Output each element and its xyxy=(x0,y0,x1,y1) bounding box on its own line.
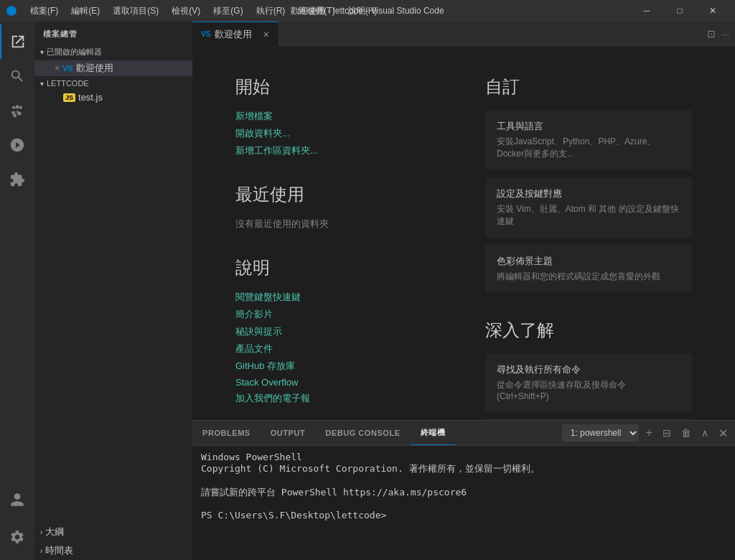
tips-tricks-link[interactable]: 秘訣與提示 xyxy=(235,325,442,338)
menu-item-e[interactable]: 編輯(E) xyxy=(65,4,106,19)
activity-bar xyxy=(0,22,34,560)
menu-item-s[interactable]: 選取項目(S) xyxy=(107,4,164,19)
start-section: 開始 新增檔案 開啟資料夾... 新增工作區資料夾... xyxy=(235,75,442,157)
sidebar-title: 檔案總管 xyxy=(34,22,192,44)
terminal-line-4: 請嘗試新的跨平台 PowerShell https://aka.ms/pscor… xyxy=(201,486,726,499)
terminal-tab-bar: PROBLEMS OUTPUT DEBUG CONSOLE 終端機 1: pow… xyxy=(192,421,735,446)
vscode-file-icon: VS xyxy=(62,64,73,73)
extensions-activity-icon[interactable] xyxy=(0,162,34,197)
settings-activity-icon[interactable] xyxy=(0,520,34,554)
find-commands-title: 尋找及執行所有命令 xyxy=(497,363,680,376)
explorer-activity-icon[interactable] xyxy=(0,24,34,59)
stackoverflow-link[interactable]: Stack Overflow xyxy=(235,377,442,388)
learn-title: 深入了解 xyxy=(485,319,692,342)
menu-item-r[interactable]: 執行(R) xyxy=(251,4,291,19)
recent-section: 最近使用 沒有最近使用的資料夾 xyxy=(235,183,442,230)
github-repo-link[interactable]: GitHub 存放庫 xyxy=(235,360,442,373)
problems-tab[interactable]: PROBLEMS xyxy=(192,421,261,445)
outline-label: 大綱 xyxy=(45,526,64,538)
color-theme-desc: 將編輯器和您的程式碼設定成您喜愛的外觀 xyxy=(497,271,680,283)
file-label: test.js xyxy=(78,92,103,103)
timeline-section[interactable]: › 時間表 xyxy=(34,541,192,560)
recent-empty: 沒有最近使用的資料夾 xyxy=(235,218,442,230)
search-activity-icon[interactable] xyxy=(0,59,34,93)
split-editor-icon[interactable]: ⊡ xyxy=(707,28,716,39)
customize-section: 自訂 工具與語言 安裝JavaScript、Python、PHP、Azure、D… xyxy=(485,75,692,293)
terminal-trash-button[interactable]: 🗑 xyxy=(678,424,694,442)
intro-videos-link[interactable]: 簡介影片 xyxy=(235,308,442,321)
find-commands-card[interactable]: 尋找及執行所有命令 從命令選擇區快速存取及搜尋命令 (Ctrl+Shift+P) xyxy=(485,353,692,411)
account-activity-icon[interactable] xyxy=(0,482,34,517)
new-file-link[interactable]: 新增檔案 xyxy=(235,110,442,123)
activity-bottom xyxy=(0,482,34,560)
terminal-line-2: Copyright (C) Microsoft Corporation. 著作權… xyxy=(201,462,726,475)
vscode-icon: ⬢ xyxy=(6,3,17,19)
newsletter-link[interactable]: 加入我們的電子報 xyxy=(235,392,442,405)
terminal-maximize-button[interactable]: ∧ xyxy=(698,424,711,442)
open-editor-welcome[interactable]: × VS 歡迎使用 xyxy=(34,60,192,76)
color-theme-card[interactable]: 色彩佈景主題 將編輯器和您的程式碼設定成您喜愛的外觀 xyxy=(485,245,692,293)
debug-console-tab[interactable]: DEBUG CONSOLE xyxy=(315,421,410,445)
open-editors-label: 已開啟的編輯器 xyxy=(47,47,102,57)
project-section[interactable]: ▾ LETTCODE xyxy=(34,76,192,90)
project-chevron: ▾ xyxy=(40,80,44,88)
terminal-line-5 xyxy=(201,499,726,510)
tab-close-icon[interactable]: × xyxy=(263,29,269,40)
tab-actions: ⊡ ··· xyxy=(701,22,735,46)
terminal-line-3 xyxy=(201,475,726,486)
terminal-add-button[interactable]: + xyxy=(643,424,655,442)
terminal-area: PROBLEMS OUTPUT DEBUG CONSOLE 終端機 1: pow… xyxy=(192,420,735,560)
source-control-activity-icon[interactable] xyxy=(0,93,34,128)
learn-section: 深入了解 尋找及執行所有命令 從命令選擇區快速存取及搜尋命令 (Ctrl+Shi… xyxy=(485,319,692,420)
js-file-icon: JS xyxy=(63,93,75,102)
menu-item-g[interactable]: 移至(G) xyxy=(207,4,248,19)
timeline-chevron: › xyxy=(40,547,42,555)
customize-title: 自訂 xyxy=(485,75,692,98)
open-editors-section[interactable]: ▾ 已開啟的編輯器 xyxy=(34,44,192,60)
help-title: 說明 xyxy=(235,256,442,279)
terminal-line-6: PS C:\Users\S.F\Desktop\lettcode> xyxy=(201,510,726,521)
menu-item-v[interactable]: 檢視(V) xyxy=(166,4,206,19)
tools-languages-card[interactable]: 工具與語言 安裝JavaScript、Python、PHP、Azure、Dock… xyxy=(485,110,692,170)
minimize-button[interactable]: ─ xyxy=(630,0,663,22)
tools-languages-desc: 安裝JavaScript、Python、PHP、Azure、Docker與更多的… xyxy=(497,136,680,160)
terminal-shell-selector[interactable]: 1: powershell xyxy=(562,424,639,442)
maximize-button[interactable]: □ xyxy=(663,0,696,22)
welcome-right-col: 自訂 工具與語言 安裝JavaScript、Python、PHP、Azure、D… xyxy=(485,75,692,420)
timeline-label: 時間表 xyxy=(45,544,73,557)
settings-keymaps-card[interactable]: 設定及按鍵對應 安裝 Vim、壯麗、Atom 和 其他 的設定及鍵盤快速鍵 xyxy=(485,177,692,238)
editor-area: VS 歡迎使用 × ⊡ ··· 開始 新增檔案 開啟資料夾... 新 xyxy=(192,22,735,560)
terminal-actions: 1: powershell + ⊟ 🗑 ∧ ✕ xyxy=(558,421,735,445)
add-workspace-link[interactable]: 新增工作區資料夾... xyxy=(235,144,442,157)
menu-item-f[interactable]: 檔案(F) xyxy=(24,4,64,19)
welcome-tab[interactable]: VS 歡迎使用 × xyxy=(192,22,278,46)
welcome-columns: 開始 新增檔案 開啟資料夾... 新增工作區資料夾... 最近使用 沒有最近使用… xyxy=(235,75,692,420)
recent-title: 最近使用 xyxy=(235,183,442,206)
documentation-link[interactable]: 產品文件 xyxy=(235,342,442,355)
find-commands-desc: 從命令選擇區快速存取及搜尋命令 (Ctrl+Shift+P) xyxy=(497,379,680,401)
terminal-split-button[interactable]: ⊟ xyxy=(660,424,674,442)
tab-vs-icon: VS xyxy=(201,30,210,38)
file-item-testjs[interactable]: JS test.js xyxy=(34,90,192,104)
color-theme-title: 色彩佈景主題 xyxy=(497,255,680,268)
titlebar-title: 歡迎使用 - lettcode - Visual Studio Code xyxy=(291,5,444,17)
sidebar-bottom: › 大綱 › 時間表 xyxy=(34,523,192,560)
more-actions-icon[interactable]: ··· xyxy=(721,29,729,39)
keyboard-shortcuts-link[interactable]: 閱覽鍵盤快速鍵 xyxy=(235,291,442,304)
welcome-left-col: 開始 新增檔案 開啟資料夾... 新增工作區資料夾... 最近使用 沒有最近使用… xyxy=(235,75,442,420)
help-section: 說明 閱覽鍵盤快速鍵 簡介影片 秘訣與提示 產品文件 GitHub 存放庫 St… xyxy=(235,256,442,405)
titlebar: ⬢ 檔案(F)編輯(E)選取項目(S)檢視(V)移至(G)執行(R)終端機(T)… xyxy=(0,0,735,22)
editor-close-icon[interactable]: × xyxy=(55,63,60,73)
settings-keymaps-desc: 安裝 Vim、壯麗、Atom 和 其他 的設定及鍵盤快速鍵 xyxy=(497,203,680,228)
open-editor-label: 歡迎使用 xyxy=(76,62,113,75)
terminal-close-button[interactable]: ✕ xyxy=(716,424,731,443)
terminal-content[interactable]: Windows PowerShell Copyright (C) Microso… xyxy=(192,446,735,560)
open-folder-link[interactable]: 開啟資料夾... xyxy=(235,127,442,140)
start-title: 開始 xyxy=(235,75,442,98)
terminal-tab-btn[interactable]: 終端機 xyxy=(411,421,456,445)
output-tab[interactable]: OUTPUT xyxy=(261,421,316,445)
close-button[interactable]: ✕ xyxy=(696,0,729,22)
debug-activity-icon[interactable] xyxy=(0,128,34,162)
outline-section[interactable]: › 大綱 xyxy=(34,523,192,541)
main-layout: 檔案總管 ▾ 已開啟的編輯器 × VS 歡迎使用 ▾ LETTCODE JS t… xyxy=(0,22,735,560)
